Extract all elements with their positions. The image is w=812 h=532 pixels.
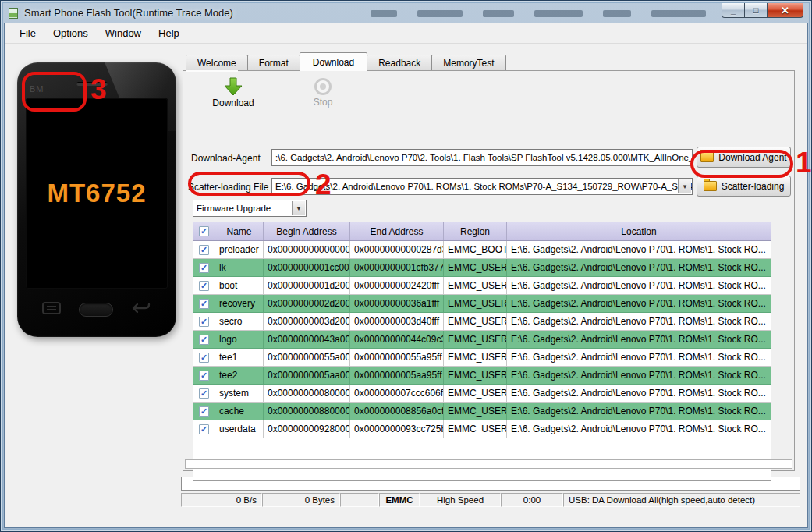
download-agent-label: Download-Agent [191,153,261,164]
cell-location: E:\6. Gadgets\2. Android\Lenovo P70\1. R… [507,403,771,420]
cell-name: cache [215,403,264,420]
titlebar-ghost-text [371,10,750,17]
cell-checkbox: ✓ [193,367,215,384]
row-checkbox[interactable]: ✓ [199,299,209,309]
cell-end-address: 0x00000000036a1fff [350,295,444,312]
download-button[interactable]: Download [205,76,261,112]
stop-icon [314,78,332,95]
column-header-end[interactable]: End Address [350,222,444,240]
folder-icon [700,152,714,162]
row-checkbox[interactable]: ✓ [199,263,209,273]
cell-name: boot [215,277,264,294]
menu-options[interactable]: Options [44,25,97,41]
cell-checkbox: ✓ [193,403,215,420]
minimize-button[interactable]: _ [722,3,745,18]
cell-begin-address: 0x0000000002d20000 [264,295,350,312]
tab-download[interactable]: Download [300,52,367,71]
tab-format[interactable]: Format [247,55,300,71]
stop-button[interactable]: Stop [299,76,347,112]
menu-window[interactable]: Window [97,25,150,41]
cell-location: E:\6. Gadgets\2. Android\Lenovo P70\1. R… [507,385,771,402]
annotation-number-3: 3 [90,75,107,104]
menu-softkey-icon [42,301,61,318]
cell-region: EMMC_USER [444,313,507,330]
cell-begin-address: 0x0000000088000000 [264,403,350,420]
phone-brand-label: BM [30,84,44,94]
cell-end-address: 0x0000000005aa95ff [350,367,444,384]
table-row[interactable]: ✓userdata0x00000000928000000x0000000093c… [193,420,771,438]
table-row[interactable]: ✓lk0x0000000001cc00000x0000000001cfb377E… [193,259,771,277]
close-icon: ✕ [781,5,789,16]
panel-progress-strip [185,459,792,469]
download-agent-path: :\6. Gadgets\2. Android\Lenovo P70\2. To… [275,153,693,162]
cell-begin-address: 0x0000000001cc0000 [264,259,350,276]
row-checkbox[interactable]: ✓ [199,353,209,363]
cell-begin-address: 0x0000000001d20000 [264,277,350,294]
partition-table-body: ✓preloader0x00000000000000000x0000000000… [193,241,771,438]
cell-location: E:\6. Gadgets\2. Android\Lenovo P70\1. R… [507,331,771,348]
scatter-loading-button[interactable]: Scatter-loading [697,176,791,197]
cell-location: E:\6. Gadgets\2. Android\Lenovo P70\1. R… [507,349,771,366]
cell-name: system [215,385,264,402]
row-checkbox[interactable]: ✓ [199,245,209,255]
mode-select-dropdown-icon[interactable]: ▼ [292,201,305,215]
table-row[interactable]: ✓boot0x0000000001d200000x0000000002420ff… [193,277,771,295]
table-row[interactable]: ✓cache0x00000000880000000x000000008856a0… [193,403,771,420]
row-checkbox[interactable]: ✓ [199,317,209,327]
cell-region: EMMC_USER [444,367,507,384]
cell-begin-address: 0x0000000092800000 [264,420,350,438]
close-button[interactable]: ✕ [768,3,803,18]
cell-checkbox: ✓ [193,259,215,276]
menu-help[interactable]: Help [150,25,188,41]
cell-location: E:\6. Gadgets\2. Android\Lenovo P70\1. R… [507,295,771,312]
row-checkbox[interactable]: ✓ [199,406,209,417]
table-row[interactable]: ✓secro0x0000000003d200000x0000000003d40f… [193,313,771,331]
status-time: 0:00 [501,493,563,507]
column-header-region[interactable]: Region [444,222,507,240]
row-checkbox[interactable]: ✓ [199,424,209,434]
column-header-begin[interactable]: Begin Address [264,222,350,240]
window-title: Smart Phone Flash Tool(Runtime Trace Mod… [24,7,233,19]
table-row[interactable]: ✓tee10x00000000055a00000x00000000055a95f… [193,349,771,367]
row-checkbox[interactable]: ✓ [199,281,209,291]
phone-softkeys [17,296,176,323]
download-agent-input[interactable]: :\6. Gadgets\2. Android\Lenovo P70\2. To… [271,149,693,166]
column-header-location[interactable]: Location [507,222,771,240]
scatter-file-dropdown-icon[interactable]: ▼ [678,179,691,193]
table-row[interactable]: ✓recovery0x0000000002d200000x00000000036… [193,295,771,313]
row-checkbox[interactable]: ✓ [199,388,209,399]
cell-begin-address: 0x0000000000000000 [264,241,350,258]
folder-icon [704,181,717,191]
row-checkbox[interactable]: ✓ [199,371,209,381]
stop-button-label: Stop [299,97,347,108]
scatter-file-label: Scatter-loading File [188,182,268,193]
scatter-file-combobox[interactable]: E:\6. Gadgets\2. Android\Lenovo P70\1. R… [271,178,693,195]
menu-file[interactable]: File [11,25,44,41]
tab-memorytest[interactable]: MemoryTest [431,55,505,71]
cell-region: EMMC_USER [444,277,507,294]
table-row[interactable]: ✓logo0x00000000043a00000x00000000044c09c… [193,331,771,349]
annotation-number-2: 2 [315,170,332,199]
table-row[interactable]: ✓system0x00000000080000000x000000007ccc6… [193,385,771,403]
table-row[interactable]: ✓preloader0x00000000000000000x0000000000… [193,241,771,259]
home-softkey-icon [79,303,113,317]
download-agent-browse-button[interactable]: Download Agent [697,147,791,168]
tab-welcome[interactable]: Welcome [186,55,248,71]
cell-region: EMMC_USER [444,259,507,276]
maximize-icon: □ [753,5,759,15]
mode-select[interactable]: Firmware Upgrade ▼ [193,200,307,217]
cell-checkbox: ✓ [193,331,215,348]
cell-end-address: 0x0000000001cfb377 [350,259,444,276]
cell-name: secro [215,313,264,330]
titlebar[interactable]: Smart Phone Flash Tool(Runtime Trace Mod… [4,3,808,23]
tab-underlap [186,70,238,72]
table-row[interactable]: ✓tee20x0000000005aa00000x0000000005aa95f… [193,367,771,385]
maximize-button[interactable]: □ [745,3,768,18]
tab-readback[interactable]: Readback [367,55,432,71]
column-header-name[interactable]: Name [215,222,264,240]
download-agent-browse-label: Download Agent [718,152,786,163]
row-checkbox[interactable]: ✓ [199,335,209,345]
cell-end-address: 0x00000000000287d3 [350,241,444,258]
cell-begin-address: 0x0000000008000000 [264,385,350,402]
select-all-checkbox[interactable]: ✓ [199,226,209,236]
